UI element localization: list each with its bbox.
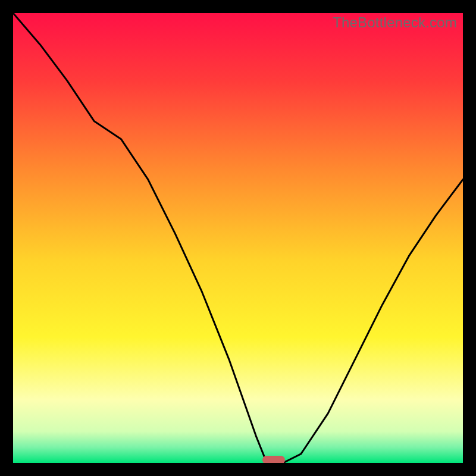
bottleneck-curve: [13, 13, 463, 463]
plot-area: TheBottleneck.com: [13, 13, 463, 463]
watermark-text: TheBottleneck.com: [333, 14, 457, 31]
optimal-marker: [262, 456, 285, 463]
chart-frame: TheBottleneck.com: [0, 0, 476, 476]
